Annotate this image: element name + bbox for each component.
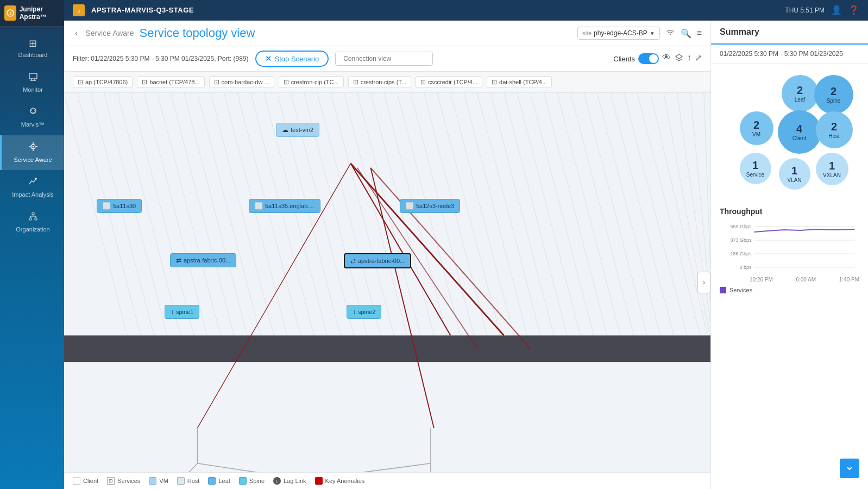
bubble-vxlan[interactable]: 1 VXLAN (816, 153, 848, 185)
svg-line-26 (64, 93, 131, 349)
service-tag-csccredir[interactable]: ⊡ csccredir (TCP/4... (416, 76, 482, 88)
topology-canvas[interactable]: ☁ test-vm2 ⬜ 5a11s30 ⬜ 5a11s35.englab...… (64, 93, 710, 472)
back-button[interactable]: ‹ (73, 27, 80, 39)
svg-line-57 (477, 93, 544, 349)
node-5a11s35[interactable]: ⬜ 5a11s35.englab.... (249, 199, 320, 213)
legend-client-label: Client (83, 478, 98, 484)
node-test-vm2-label: test-vm2 (291, 127, 313, 133)
node-spine1-label: spine1 (176, 309, 193, 315)
service-tag-crestron-cip[interactable]: ⊡ crestron-cip (TC... (279, 76, 344, 88)
bubble-host-label: Host (828, 133, 840, 139)
node-5a12s3-label: 5a12s3-node3 (416, 203, 454, 209)
service-tag-crestron-cips[interactable]: ⊡ crestron-cips (T... (348, 76, 411, 88)
bubble-chart: 2 Leaf 2 Spine 2 VM 4 (730, 72, 850, 192)
organization-icon (28, 211, 38, 224)
x-label-3: 1:40 PM (839, 277, 859, 283)
topology-header: ‹ Service Aware Service topology view si… (64, 21, 710, 46)
topbar-instance-name: APSTRA-MARVIS-Q3-STAGE (91, 6, 194, 14)
sidebar-item-organization[interactable]: Organization (0, 205, 64, 240)
tag-label-daishell: dai-shell (TCP/4... (499, 79, 547, 85)
bubble-client[interactable]: 4 Client (778, 110, 821, 154)
connection-view-input[interactable] (335, 52, 433, 66)
service-tag-ap[interactable]: ⊡ ap (TCP/47806) (73, 76, 133, 88)
site-name: phy-edge-ACS-BP (594, 29, 647, 37)
svg-line-55 (451, 93, 518, 349)
legend-vm: VM (149, 477, 168, 485)
node-apstra-fabric-2[interactable]: ⇄ apstra-fabric-00... (344, 253, 411, 268)
service-tag-daishell[interactable]: ⊡ dai-shell (TCP/4... (487, 76, 552, 88)
bubble-host[interactable]: 2 Host (816, 111, 853, 148)
svg-point-7 (31, 110, 32, 111)
node-5a11s35-label: 5a11s35.englab.... (265, 203, 315, 209)
svg-line-27 (78, 93, 144, 349)
svg-line-71 (664, 93, 710, 340)
upload-icon[interactable]: ↑ (687, 53, 691, 65)
svg-line-37 (211, 93, 278, 349)
throughput-section: Throughput 559 Gbps 373 Gbps 186 Gbps 0 … (711, 200, 868, 489)
svg-line-59 (504, 93, 571, 349)
bubble-spine-value: 2 (831, 85, 836, 98)
filter-text: Filter: 01/22/2025 5:30 PM - 5:30 PM 01/… (73, 55, 249, 62)
clients-label: Clients (613, 55, 635, 63)
bubble-vm[interactable]: 2 VM (740, 111, 773, 145)
bubble-service[interactable]: 1 Service (740, 153, 771, 184)
throughput-legend-color (720, 287, 726, 293)
topbar-time: THU 5:51 PM (785, 7, 825, 14)
svg-rect-17 (29, 218, 32, 220)
topology-svg (64, 93, 710, 472)
node-5a12s3[interactable]: ⬜ 5a12s3-node3 (400, 199, 460, 213)
bubble-leaf[interactable]: 2 Leaf (782, 75, 819, 112)
node-spine1[interactable]: ↕ spine1 (165, 305, 199, 319)
sidebar-item-monitor[interactable]: Monitor (0, 65, 64, 100)
wifi-icon[interactable] (665, 27, 675, 39)
vm-icon: ☁ (282, 126, 288, 134)
sidebar-item-marvis[interactable]: Marvis™ (0, 100, 64, 135)
user-icon[interactable]: 👤 (831, 5, 842, 15)
service-tag-combardac[interactable]: ⊡ com-bardac-dw ... (209, 76, 274, 88)
summary-tab[interactable]: Summary (711, 21, 868, 45)
bubble-vlan[interactable]: 1 VLAN (779, 158, 810, 190)
clients-toggle[interactable] (638, 53, 659, 64)
scroll-to-bottom-button[interactable] (840, 459, 859, 478)
search-icon[interactable]: 🔍 (681, 28, 691, 39)
sidebar-item-dashboard[interactable]: ⊞ Dashboard (0, 31, 64, 65)
svg-line-70 (651, 93, 710, 349)
service-aware-icon (28, 142, 38, 154)
legend-client: Client (73, 477, 98, 485)
node-apstra-fabric-1[interactable]: ⇄ apstra-fabric-00... (170, 253, 236, 267)
bubble-client-label: Client (792, 135, 807, 141)
svg-line-52 (411, 93, 477, 349)
svg-line-53 (424, 93, 490, 349)
filter-icon[interactable]: ≡ (697, 28, 702, 38)
service-tag-bacnet[interactable]: ⊡ bacnet (TCP/478... (137, 76, 204, 88)
tag-label-crestron-cips: crestron-cips (T... (361, 79, 406, 85)
eye-icon[interactable]: 👁 (662, 53, 671, 65)
help-icon[interactable]: ❓ (848, 5, 859, 15)
dashboard-icon: ⊞ (29, 37, 37, 49)
svg-line-65 (584, 93, 651, 349)
node-spine2[interactable]: ↕ spine2 (347, 305, 381, 319)
leaf-icon-2: ⬜ (255, 202, 263, 210)
svg-line-84 (164, 463, 431, 472)
panel-collapse-button[interactable]: › (697, 272, 710, 293)
legend-spine-label: Spine (249, 478, 265, 484)
site-selector[interactable]: site phy-edge-ACS-BP ▼ (577, 27, 660, 40)
expand-icon[interactable]: ⤢ (695, 53, 702, 65)
layers-icon[interactable] (674, 53, 684, 65)
sidebar: J Juniper Apstra™ ⊞ Dashboard Monitor (0, 0, 64, 489)
tag-label-csccredir: csccredir (TCP/4... (428, 79, 477, 85)
node-5a11s30[interactable]: ⬜ 5a11s30 (97, 199, 142, 213)
sidebar-item-impact-analysis[interactable]: Impact Analysis (0, 170, 64, 205)
node-apstra-fabric-2-label: apstra-fabric-00... (358, 258, 405, 264)
x-label-2: 6:00 AM (796, 277, 816, 283)
tag-icon-combardac: ⊡ (214, 78, 219, 86)
bubble-vm-value: 2 (753, 119, 759, 131)
sidebar-item-service-aware[interactable]: Service Aware (0, 135, 64, 170)
svg-point-10 (32, 146, 34, 147)
svg-line-60 (517, 93, 584, 349)
bubble-vlan-label: VLAN (787, 177, 801, 183)
stop-scenario-button[interactable]: ✕ Stop Scenario (255, 51, 329, 67)
node-test-vm2[interactable]: ☁ test-vm2 (276, 123, 319, 137)
bubble-spine[interactable]: 2 Spine (814, 75, 853, 114)
tag-label-ap: ap (TCP/47806) (85, 79, 128, 85)
